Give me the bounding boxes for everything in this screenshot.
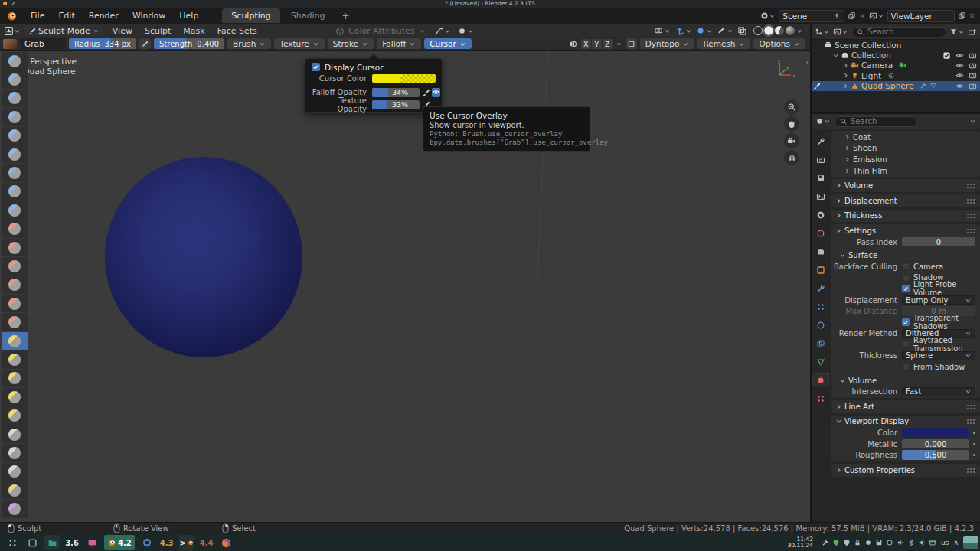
viewport-menu-mask[interactable]: Mask	[177, 26, 211, 36]
properties-tab-view-layer[interactable]	[813, 191, 828, 202]
menu-help[interactable]: Help	[172, 11, 205, 21]
menu-window[interactable]: Window	[126, 11, 172, 21]
shading-rendered-button[interactable]	[786, 26, 795, 35]
dyntopo-dropdown[interactable]: Dyntopo	[640, 38, 695, 49]
thickness-dropdown[interactable]: Sphere	[902, 351, 975, 361]
outliner-row-collection[interactable]: Collection	[812, 50, 980, 60]
pressure-radius-toggle[interactable]	[139, 38, 151, 49]
panel-drag-grip[interactable]	[966, 419, 975, 424]
taskbar-app-blender-4-4[interactable]: 4.4	[199, 535, 214, 550]
tray-shield-icon[interactable]	[842, 538, 851, 547]
taskbar-app-terminal-blender[interactable]: >	[179, 535, 194, 550]
section-volume[interactable]: Volume	[831, 375, 980, 386]
brush-tip-dropdown[interactable]	[458, 27, 474, 35]
viewlayer-selector[interactable]: ViewLayer	[887, 10, 955, 22]
show-desktop-button[interactable]	[963, 536, 978, 549]
sculpt-tool-inflate[interactable]	[2, 164, 28, 181]
chevron-down-icon[interactable]	[616, 41, 622, 47]
gizmos-toggle[interactable]	[675, 26, 692, 36]
brush-name-field[interactable]: Grab	[20, 38, 66, 49]
filter-funnel-dropdown[interactable]	[949, 28, 965, 36]
cursor-dropdown[interactable]: Cursor	[424, 38, 472, 49]
options-dropdown[interactable]: Options	[753, 38, 805, 49]
mode-dropdown[interactable]: Sculpt Mode	[24, 25, 103, 36]
light-data-icon[interactable]	[887, 72, 895, 80]
texture-dropdown[interactable]: Texture	[274, 38, 324, 49]
chevron-down-icon[interactable]	[796, 28, 803, 34]
xray-toggle[interactable]	[717, 26, 733, 35]
voxel-size-toggle[interactable]	[626, 38, 637, 49]
wrench-icon[interactable]	[920, 82, 927, 90]
properties-tab-physics[interactable]	[813, 319, 828, 331]
taskbar-app-desktop-window[interactable]	[24, 535, 40, 550]
sculpt-tool-clay-strips[interactable]	[2, 108, 28, 126]
hide-eye-toggle[interactable]	[956, 61, 964, 70]
tray-bluetooth-icon[interactable]	[906, 538, 915, 547]
add-workspace-button[interactable]: +	[335, 11, 355, 21]
outliner-search-input[interactable]: Search	[851, 27, 946, 37]
expand-chevron[interactable]	[842, 83, 849, 90]
properties-tab-object[interactable]	[813, 264, 828, 276]
disable-render-toggle[interactable]	[969, 51, 977, 60]
color-color-swatch[interactable]	[902, 428, 969, 438]
collection-checkbox[interactable]	[942, 51, 951, 60]
camera-data-icon[interactable]	[899, 61, 906, 69]
sculpt-tool-smooth[interactable]	[2, 220, 28, 238]
menu-render[interactable]: Render	[82, 11, 126, 21]
shading-solid-button[interactable]	[764, 26, 773, 35]
sculpt-tool-cloth[interactable]	[2, 425, 28, 443]
panel-drag-grip[interactable]	[966, 404, 975, 409]
workspace-tab-shading[interactable]: Shading	[282, 8, 335, 23]
properties-tab-texture[interactable]	[813, 393, 828, 404]
sculpt-tool-fill[interactable]	[2, 257, 28, 275]
zoom-button[interactable]	[784, 99, 799, 115]
tray-badge-icon[interactable]	[864, 538, 872, 547]
sculpt-tool-elastic-deform[interactable]	[2, 350, 28, 368]
taskbar-app-file-manager[interactable]	[44, 535, 60, 550]
pass-index-number-field[interactable]: 0	[902, 237, 975, 247]
navigation-gizmo[interactable]: z x y	[770, 60, 796, 86]
hide-eye-toggle[interactable]	[956, 82, 964, 90]
light-probe-volume-checkbox[interactable]	[902, 285, 910, 292]
sculpt-tool-draw-sharp[interactable]	[2, 70, 28, 88]
3d-viewport[interactable]: User Perspective (1) Quad Sphere	[0, 51, 810, 522]
color-attributes-dropdown[interactable]: Color Attributes	[348, 26, 415, 36]
panel-drag-grip[interactable]	[966, 213, 975, 218]
sculpt-tool-trim[interactable]	[2, 481, 28, 499]
properties-tab-data[interactable]	[813, 356, 828, 367]
properties-tab-render[interactable]	[813, 154, 828, 165]
properties-options-dropdown[interactable]	[969, 118, 976, 125]
properties-tab-constraints[interactable]	[813, 337, 828, 349]
panel-drag-grip[interactable]	[966, 228, 975, 233]
viewport-menu-face-sets[interactable]: Face Sets	[211, 26, 263, 36]
panel-drag-grip[interactable]	[966, 468, 975, 473]
outliner-filter-icon[interactable]	[833, 28, 848, 36]
properties-tab-collection[interactable]	[813, 246, 828, 257]
sculpt-tool-mask[interactable]	[2, 463, 28, 481]
panel-custom-properties[interactable]: Custom Properties	[831, 465, 980, 476]
perspective-toggle-button[interactable]	[784, 150, 799, 165]
sculpt-tool-crease[interactable]	[2, 201, 28, 219]
tray-brightness-icon[interactable]	[917, 538, 926, 547]
outliner-row-scene-collection[interactable]: Scene Collection	[812, 40, 980, 50]
falloff-dropdown[interactable]: Falloff	[377, 38, 421, 49]
radius-slider[interactable]: Radius 334 px	[69, 38, 136, 49]
intersection-dropdown[interactable]: Fast	[902, 387, 975, 397]
editor-type-dropdown[interactable]	[4, 26, 21, 36]
viewlayer-type-icon[interactable]	[869, 11, 884, 20]
remesh-dropdown[interactable]: Remesh	[697, 38, 750, 49]
properties-search-input[interactable]: Search	[835, 116, 917, 127]
pin-icon[interactable]	[833, 12, 841, 20]
disable-render-toggle[interactable]	[969, 71, 977, 80]
properties-type-dropdown[interactable]	[815, 117, 831, 126]
from-shadow-checkbox[interactable]	[902, 364, 910, 371]
expand-chevron[interactable]	[842, 62, 849, 69]
subpanel-coat[interactable]: Coat	[831, 132, 980, 143]
tray-disk-icon[interactable]	[874, 538, 883, 547]
subpanel-sheen[interactable]: Sheen	[831, 143, 980, 155]
displacement-dropdown[interactable]: Bump Only	[902, 295, 975, 305]
display-cursor-checkbox[interactable]	[312, 63, 320, 71]
falloff-opacity-slider[interactable]: 34%	[372, 88, 420, 97]
sculpt-tool-pinch[interactable]	[2, 313, 28, 331]
metallic-number-field[interactable]: 0.000	[902, 439, 969, 449]
